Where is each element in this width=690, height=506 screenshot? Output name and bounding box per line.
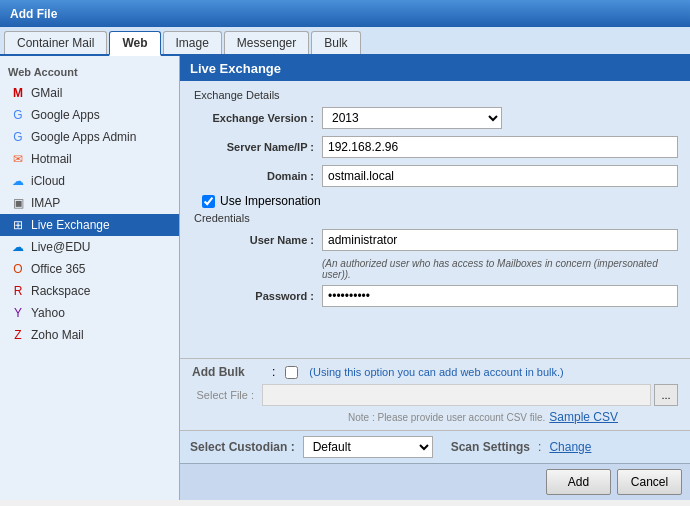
sidebar-item-label: Rackspace <box>31 284 90 298</box>
yahoo-icon: Y <box>10 305 26 321</box>
main-content: Web Account M GMail G Google Apps G Goog… <box>0 56 690 500</box>
impersonation-label: Use Impersonation <box>220 194 321 208</box>
sidebar-item-gmail[interactable]: M GMail <box>0 82 179 104</box>
tab-container-mail[interactable]: Container Mail <box>4 31 107 54</box>
sidebar-item-hotmail[interactable]: ✉ Hotmail <box>0 148 179 170</box>
impersonation-row: Use Impersonation <box>202 194 678 208</box>
sidebar-item-label: Hotmail <box>31 152 72 166</box>
select-file-row: Select File : ... <box>192 384 678 406</box>
sidebar-item-google-apps-admin[interactable]: G Google Apps Admin <box>0 126 179 148</box>
sidebar-item-yahoo[interactable]: Y Yahoo <box>0 302 179 324</box>
exchange-details-label: Exchange Details <box>192 89 678 101</box>
hotmail-icon: ✉ <box>10 151 26 167</box>
browse-button[interactable]: ... <box>654 384 678 406</box>
sidebar-item-label: Google Apps <box>31 108 100 122</box>
google-apps-icon: G <box>10 107 26 123</box>
version-select[interactable]: 2013 2007 2010 2016 2019 <box>322 107 502 129</box>
action-buttons: Add Cancel <box>180 463 690 500</box>
username-row: User Name : <box>192 229 678 251</box>
add-button[interactable]: Add <box>546 469 611 495</box>
rackspace-icon: R <box>10 283 26 299</box>
footer-bar: Select Custodian : Default Scan Settings… <box>180 430 690 463</box>
note-text: Note : Please provide user account CSV f… <box>348 412 545 423</box>
server-row: Server Name/IP : <box>192 136 678 158</box>
sidebar-item-office-365[interactable]: O Office 365 <box>0 258 179 280</box>
custodian-label: Select Custodian : <box>190 440 295 454</box>
bottom-section: Add Bulk : (Using this option you can ad… <box>180 358 690 430</box>
sidebar-item-icloud[interactable]: ☁ iCloud <box>0 170 179 192</box>
username-input[interactable] <box>322 229 678 251</box>
tab-image[interactable]: Image <box>163 31 222 54</box>
cancel-button[interactable]: Cancel <box>617 469 682 495</box>
panel-body: Exchange Details Exchange Version : 2013… <box>180 81 690 322</box>
sidebar-item-label: Office 365 <box>31 262 85 276</box>
add-bulk-hint: (Using this option you can add web accou… <box>309 366 563 378</box>
sample-csv-link[interactable]: Sample CSV <box>549 410 618 424</box>
domain-label: Domain : <box>192 170 322 182</box>
sidebar-item-rackspace[interactable]: R Rackspace <box>0 280 179 302</box>
domain-row: Domain : <box>192 165 678 187</box>
sidebar: Web Account M GMail G Google Apps G Goog… <box>0 56 180 500</box>
credentials-header: Credentials <box>192 212 678 224</box>
icloud-icon: ☁ <box>10 173 26 189</box>
custodian-select[interactable]: Default <box>303 436 433 458</box>
server-input[interactable] <box>322 136 678 158</box>
sidebar-item-label: Yahoo <box>31 306 65 320</box>
tab-bulk[interactable]: Bulk <box>311 31 360 54</box>
file-input[interactable] <box>262 384 651 406</box>
sidebar-item-live-exchange[interactable]: ⊞ Live Exchange <box>0 214 179 236</box>
panel-header: Live Exchange <box>180 56 690 81</box>
sidebar-item-live-edu[interactable]: ☁ Live@EDU <box>0 236 179 258</box>
right-panel: Live Exchange Exchange Details Exchange … <box>180 56 690 358</box>
scan-settings-label: Scan Settings <box>451 440 530 454</box>
username-label: User Name : <box>192 234 322 246</box>
gmail-icon: M <box>10 85 26 101</box>
tab-web[interactable]: Web <box>109 31 160 56</box>
title-text: Add File <box>10 7 57 21</box>
add-bulk-row: Add Bulk : (Using this option you can ad… <box>192 365 678 379</box>
add-bulk-label: Add Bulk <box>192 365 262 379</box>
sidebar-item-label: Zoho Mail <box>31 328 84 342</box>
impersonation-checkbox[interactable] <box>202 195 215 208</box>
sidebar-item-label: Google Apps Admin <box>31 130 136 144</box>
select-file-label: Select File : <box>192 389 262 401</box>
sidebar-item-label: IMAP <box>31 196 60 210</box>
sidebar-item-zoho-mail[interactable]: Z Zoho Mail <box>0 324 179 346</box>
sidebar-item-google-apps[interactable]: G Google Apps <box>0 104 179 126</box>
change-link[interactable]: Change <box>549 440 591 454</box>
sidebar-item-label: Live@EDU <box>31 240 91 254</box>
zoho-mail-icon: Z <box>10 327 26 343</box>
password-input[interactable] <box>322 285 678 307</box>
sidebar-item-label: Live Exchange <box>31 218 110 232</box>
sidebar-item-label: iCloud <box>31 174 65 188</box>
office-365-icon: O <box>10 261 26 277</box>
live-edu-icon: ☁ <box>10 239 26 255</box>
note-row: Note : Please provide user account CSV f… <box>270 410 678 424</box>
sidebar-item-label: GMail <box>31 86 62 100</box>
google-apps-admin-icon: G <box>10 129 26 145</box>
version-row: Exchange Version : 2013 2007 2010 2016 2… <box>192 107 678 129</box>
add-bulk-checkbox[interactable] <box>285 366 298 379</box>
scan-separator: : <box>538 440 541 454</box>
title-bar: Add File <box>0 0 690 27</box>
password-row: Password : <box>192 285 678 307</box>
username-hint: (An authorized user who has access to Ma… <box>322 258 678 280</box>
server-label: Server Name/IP : <box>192 141 322 153</box>
version-label: Exchange Version : <box>192 112 322 124</box>
live-exchange-icon: ⊞ <box>10 217 26 233</box>
domain-input[interactable] <box>322 165 678 187</box>
sidebar-item-imap[interactable]: ▣ IMAP <box>0 192 179 214</box>
imap-icon: ▣ <box>10 195 26 211</box>
sidebar-section-label: Web Account <box>0 62 179 82</box>
password-label: Password : <box>192 290 322 302</box>
tab-messenger[interactable]: Messenger <box>224 31 309 54</box>
tab-bar: Container Mail Web Image Messenger Bulk <box>0 27 690 56</box>
